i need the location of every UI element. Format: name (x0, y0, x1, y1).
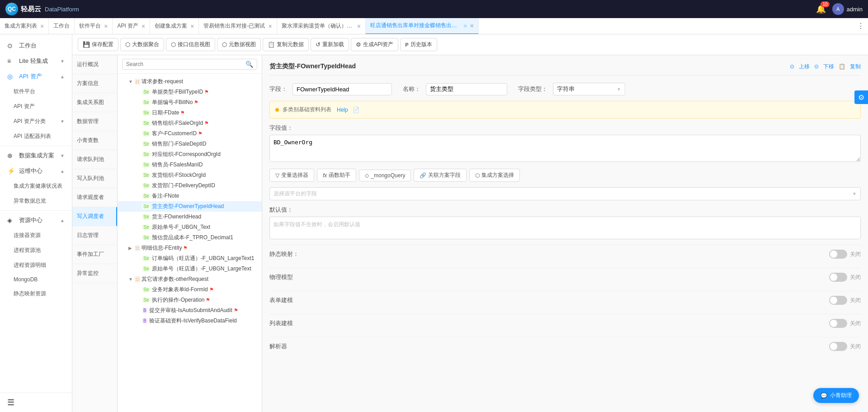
form-model-toggle[interactable]: 关闭 (829, 296, 861, 305)
tab-create-plan[interactable]: 创建集成方案 × (150, 18, 199, 34)
name-value-input[interactable] (426, 83, 507, 95)
sidebar-item-process-pool[interactable]: 进程资源池 (0, 243, 72, 258)
reload-btn[interactable]: ↺ 重新加载 (311, 38, 349, 51)
interface-view-btn[interactable]: ⬡ 接口信息视图 (166, 38, 215, 51)
tree-node-fstockorgid[interactable]: Str 发货组织-FStockOrgId (118, 170, 262, 180)
tab-api[interactable]: API 资产 × (113, 18, 150, 34)
sidebar-item-workbench[interactable]: ⊙ 工作台 (0, 38, 72, 53)
tab-close-4[interactable]: × (190, 23, 194, 29)
tree-node-isverify[interactable]: B 验证基础资料-IsVerifyBaseDataField (118, 316, 262, 326)
tree-node-fsaleorgid[interactable]: Str 销售组织-FSaleOrgId ⚑ (118, 118, 262, 128)
sidebar-item-api-cat[interactable]: API 资产分类 ▼ (0, 114, 72, 129)
sidebar-item-ops[interactable]: ⚡ 运维中心 ▲ (0, 163, 72, 179)
tree-node-fbillno[interactable]: Str 单据编号-FBillNo ⚑ (118, 97, 262, 108)
sidebar-item-datasolution[interactable]: ⊕ 数据集成方案 ▼ (0, 148, 72, 163)
tab-workbench[interactable]: 工作台 (49, 18, 75, 34)
tree-node-ubgnlargetext1[interactable]: Str 订单编码（旺店通）-F_UBGN_LargeText1 (118, 253, 262, 264)
platform-select[interactable]: 选择源平台的字段 ▼ (269, 187, 861, 200)
tab-close-7[interactable]: × (470, 23, 474, 29)
expand-icon-fentity[interactable]: ▶ (128, 246, 135, 251)
desc-help-link[interactable]: Help (337, 107, 348, 113)
tree-node-ubgnlargetext[interactable]: Str 原始单号（旺店通）-F_UBGN_LargeText (118, 264, 262, 274)
method-nav-request-queue[interactable]: 请求队列池 (72, 150, 117, 169)
method-nav-log-mgmt[interactable]: 日志管理 (72, 226, 117, 245)
method-nav-relation[interactable]: 集成关系图 (72, 93, 117, 112)
tab-close-2[interactable]: × (104, 23, 108, 29)
tree-node-fnote[interactable]: Str 备注-FNote (118, 191, 262, 201)
method-nav-req-observer[interactable]: 请求观度者 (72, 188, 117, 207)
meta-view-btn[interactable]: ⬡ 元数据视图 (217, 38, 261, 51)
sidebar-item-static-map[interactable]: 静态映射资源 (0, 286, 72, 301)
copy-meta-btn[interactable]: 📋 复制元数据 (263, 38, 309, 51)
bigdata-btn[interactable]: ⬡ 大数据聚合 (120, 38, 164, 51)
sidebar-item-health[interactable]: 集成方案健康状况表 (0, 179, 72, 194)
method-nav-data-mgmt[interactable]: 数据管理 (72, 112, 117, 131)
tab-software[interactable]: 软件平台 × (75, 18, 113, 34)
tree-node-fubgntext[interactable]: Str 原始单号-F_UBGN_Text (118, 222, 262, 232)
method-nav-inspector[interactable]: 小青查数 (72, 131, 117, 150)
action-down[interactable]: 下移 (823, 63, 834, 71)
list-model-switch[interactable] (829, 319, 847, 328)
func-helper-btn[interactable]: fx 函数助手 (317, 169, 356, 182)
tree-node-operation[interactable]: Str 执行的操作-Operation ⚑ (118, 295, 262, 305)
sidebar-collapse-btn[interactable]: ☰ (7, 398, 14, 407)
method-nav-overview[interactable]: 运行概况 (72, 55, 117, 74)
parser-toggle[interactable]: 关闭 (829, 342, 861, 351)
sidebar-item-exception[interactable]: 异常数据总览 (0, 194, 72, 208)
expand-icon-otherrequest[interactable]: ▼ (128, 277, 135, 282)
tab-wangdian[interactable]: 旺店通销售出库单对接金蝶销售出库单 ○ × (366, 18, 479, 34)
chat-assistant-btn[interactable]: 💬 小青助理 (813, 388, 859, 403)
tree-node-fdate[interactable]: Str 日期-FDate ⚑ (118, 108, 262, 118)
tree-node-fcustomerid[interactable]: Str 客户-FCustomerID ⚑ (118, 128, 262, 139)
default-val-placeholder[interactable]: 如果字段值不生效时，会启用默认值 (269, 217, 861, 239)
tree-node-ftprodecimal[interactable]: Str 预估货品成本-F_TPRO_Decimal1 (118, 232, 262, 243)
physical-model-switch[interactable] (829, 273, 847, 282)
history-btn[interactable]: P 历史版本 (400, 38, 437, 51)
admin-info[interactable]: A admin (832, 3, 863, 15)
sidebar-item-resource[interactable]: ◈ 资源中心 ▲ (0, 213, 72, 228)
static-map-toggle[interactable]: 关闭 (829, 250, 861, 259)
method-nav-event-factory[interactable]: 事件加工厂 (72, 245, 117, 264)
tree-node-fownertype[interactable]: Str 货主类型-FOwnerTypeIdHead (118, 201, 262, 212)
sidebar-item-software[interactable]: 软件平台 (0, 84, 72, 99)
method-nav-write-queue[interactable]: 写入队列池 (72, 169, 117, 188)
tree-node-formid[interactable]: Str 业务对象表单Id-FormId ⚑ (118, 284, 262, 295)
related-field-btn[interactable]: 🔗 关联方案字段 (414, 169, 467, 182)
tree-node-fentity[interactable]: ▶ □ 明细信息-FEntity ⚑ (118, 243, 262, 253)
tab-more-btn[interactable]: ⋮ (854, 22, 868, 30)
tree-node-otherrequest[interactable]: ▼ □ 其它请求参数-otherRequest (118, 274, 262, 284)
sidebar-item-process-detail[interactable]: 进程资源明细 (0, 258, 72, 273)
tab-close-3[interactable]: × (142, 23, 145, 29)
tree-node-isautosubmit[interactable]: B 提交并审核-IsAutoSubmitAndAudit ⚑ (118, 305, 262, 316)
solution-select-btn[interactable]: ⬡ 集成方案选择 (469, 169, 520, 182)
tree-node-request[interactable]: ▼ □ 请求参数-request (118, 76, 262, 87)
tree-node-fdeliverydeptid[interactable]: Str 发货部门-FDeliveryDeptID (118, 180, 262, 191)
tab-close-5[interactable]: × (268, 23, 272, 29)
mongo-query-btn[interactable]: ◇ _mongoQuery (359, 170, 411, 181)
sidebar-item-api-asset[interactable]: API 资产 (0, 99, 72, 114)
var-selector-btn[interactable]: ▽ 变量选择器 (269, 169, 314, 182)
method-nav-write-observer[interactable]: 写入调度者 (72, 207, 117, 226)
tree-node-fbilltypeid[interactable]: Str 单据类型-FBillTypeID ⚑ (118, 87, 262, 97)
gen-api-btn[interactable]: ⚙ 生成API资产 (351, 38, 398, 51)
form-model-switch[interactable] (829, 296, 847, 305)
physical-model-toggle[interactable]: 关闭 (829, 273, 861, 282)
tab-guanyi[interactable]: 管易销售出库对接-已测试 × (199, 18, 277, 34)
tree-node-fsalesmanid[interactable]: Str 销售员-FSalesManID (118, 160, 262, 170)
action-up[interactable]: 上移 (799, 63, 810, 71)
notification-bell[interactable]: 🔔 10 (816, 4, 826, 14)
type-select[interactable]: 字符串 ▼ (553, 83, 625, 95)
method-nav-plan-info[interactable]: 方案信息 (72, 74, 117, 93)
tab-close-0[interactable]: × (40, 23, 44, 29)
tab-close-6[interactable]: × (357, 23, 361, 29)
sidebar-item-lite[interactable]: ≡ Lite 轻集成 ▼ (0, 53, 72, 69)
method-nav-exception-mon[interactable]: 异常监控 (72, 264, 117, 283)
tab-jushuitan[interactable]: 聚水潭采购退货单（确认）=>金蝶采购退货单 × (277, 18, 366, 34)
tree-node-fcorrespondorgid[interactable]: Str 对应组织-FCorrespondOrgId (118, 149, 262, 160)
expand-icon-request[interactable]: ▼ (128, 79, 135, 84)
static-map-switch[interactable] (829, 250, 847, 259)
list-model-toggle[interactable]: 关闭 (829, 319, 861, 328)
tree-node-fowneridhead[interactable]: Str 货主-FOwnerIdHead (118, 212, 262, 222)
sidebar-item-mongodb[interactable]: MongoDB (0, 273, 72, 286)
tree-node-fsaledeptid[interactable]: Str 销售部门-FSaleDeptID (118, 139, 262, 149)
